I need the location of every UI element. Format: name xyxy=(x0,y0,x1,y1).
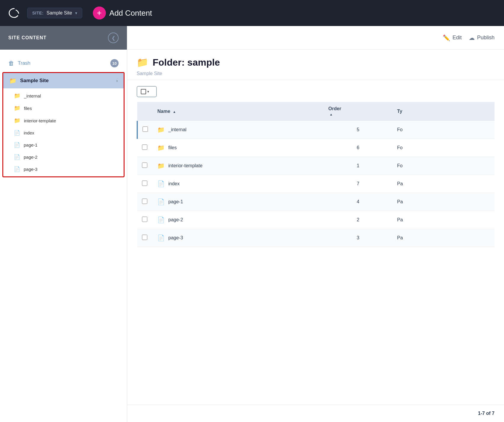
edit-icon: ✏️ xyxy=(443,34,450,41)
sidebar-header: SITE CONTENT ❮ xyxy=(0,26,127,50)
content-header: 📁 Folder: sample Sample Site xyxy=(127,50,504,80)
sort-asc-icon: ▲ xyxy=(173,110,176,113)
row-order-cell: 3 xyxy=(324,229,392,247)
row-checkbox[interactable] xyxy=(142,199,147,204)
file-icon: 📄 xyxy=(157,180,165,187)
tree-children: 📁 _internal 📁 files 📁 interior-template … xyxy=(3,88,124,176)
row-order-cell: 6 xyxy=(324,139,392,157)
row-name-text: page-1 xyxy=(168,199,183,204)
edit-label: Edit xyxy=(453,35,462,41)
content-area: ✏️ Edit ☁ Publish 📁 Folder: sample Sampl… xyxy=(127,26,504,422)
file-icon: 📄 xyxy=(157,216,165,223)
tree-child-page2[interactable]: 📄 page-2 xyxy=(3,151,124,163)
th-checkbox xyxy=(137,102,153,121)
row-checkbox-cell xyxy=(137,157,153,175)
site-selector[interactable]: SITE: Sample Site ▾ xyxy=(27,8,82,18)
row-name-text: _internal xyxy=(168,127,186,132)
row-name-cell[interactable]: 📁 interior-template xyxy=(153,157,324,175)
row-order-cell: 7 xyxy=(324,175,392,193)
table-row: 📁 files 6 Fo xyxy=(137,139,495,157)
select-all-checkbox[interactable] xyxy=(141,89,146,94)
row-name-text: page-3 xyxy=(168,235,183,241)
row-order-cell: 1 xyxy=(324,157,392,175)
folder-icon: 📁 xyxy=(157,162,165,169)
folder-title-icon: 📁 xyxy=(137,57,148,68)
row-name-text: files xyxy=(168,145,177,150)
collapse-sidebar-button[interactable]: ❮ xyxy=(108,33,119,43)
table-row: 📄 page-3 3 Pa xyxy=(137,229,495,247)
row-name-cell[interactable]: 📄 page-2 xyxy=(153,211,324,229)
tree-child-interior-template[interactable]: 📁 interior-template xyxy=(3,114,124,127)
file-icon: 📄 xyxy=(14,142,20,148)
row-checkbox[interactable] xyxy=(143,126,148,132)
chevron-right-icon: › xyxy=(116,78,118,83)
row-checkbox[interactable] xyxy=(142,163,147,168)
row-checkbox[interactable] xyxy=(142,181,147,186)
file-icon: 📄 xyxy=(157,234,165,241)
chevron-down-icon: ▾ xyxy=(75,11,77,15)
add-content-button[interactable]: + Add Content xyxy=(88,4,157,22)
row-name-text: index xyxy=(168,181,180,186)
main-layout: SITE CONTENT ❮ 🗑 Trash 10 📁 Sample Site … xyxy=(0,26,504,422)
tree-child-page3[interactable]: 📄 page-3 xyxy=(3,163,124,175)
row-checkbox-cell xyxy=(137,229,153,247)
th-name[interactable]: Name ▲ xyxy=(153,102,324,121)
th-order[interactable]: Order ▲ xyxy=(324,102,392,121)
tree-child-files[interactable]: 📁 files xyxy=(3,102,124,114)
publish-icon: ☁ xyxy=(469,34,475,41)
site-name-value: Sample Site xyxy=(46,10,72,16)
row-type-cell: Fo xyxy=(392,157,495,175)
row-name-cell[interactable]: 📄 index xyxy=(153,175,324,193)
site-label: SITE: xyxy=(32,11,43,15)
folder-icon: 📁 xyxy=(14,92,20,99)
row-type-cell: Fo xyxy=(392,121,495,139)
folder-title-text: Folder: sample xyxy=(153,57,220,68)
row-checkbox[interactable] xyxy=(142,217,147,222)
publish-button[interactable]: ☁ Publish xyxy=(469,34,495,41)
edit-button[interactable]: ✏️ Edit xyxy=(443,34,462,41)
tree-child-page1[interactable]: 📄 page-1 xyxy=(3,139,124,151)
file-icon: 📄 xyxy=(14,130,20,136)
trash-item[interactable]: 🗑 Trash 10 xyxy=(0,56,127,71)
row-type-cell: Fo xyxy=(392,139,495,157)
file-icon: 📄 xyxy=(14,154,20,160)
tree-child-index[interactable]: 📄 index xyxy=(3,127,124,139)
site-tree-root[interactable]: 📁 Sample Site › xyxy=(3,73,124,88)
content-body: ▾ Name ▲ Order ▲ xyxy=(127,80,504,405)
tree-child-label: index xyxy=(24,130,34,135)
row-checkbox[interactable] xyxy=(142,145,147,150)
row-checkbox[interactable] xyxy=(142,235,147,240)
row-name-cell[interactable]: 📄 page-3 xyxy=(153,229,324,247)
tree-child-label: interior-template xyxy=(24,118,56,123)
top-navigation: SITE: Sample Site ▾ + Add Content xyxy=(0,0,504,26)
table-row: 📁 _internal 5 Fo xyxy=(137,121,495,139)
sidebar-content: 🗑 Trash 10 📁 Sample Site › 📁 _internal xyxy=(0,50,127,422)
trash-label: Trash xyxy=(18,60,30,66)
pagination: 1-7 of 7 xyxy=(127,405,504,422)
select-all-dropdown[interactable]: ▾ xyxy=(137,86,157,97)
trash-icon: 🗑 xyxy=(8,60,14,67)
folder-icon: 📁 xyxy=(157,126,165,133)
logo[interactable] xyxy=(7,6,21,20)
file-icon: 📄 xyxy=(157,198,165,205)
row-name-cell[interactable]: 📄 page-1 xyxy=(153,193,324,211)
tree-child-internal[interactable]: 📁 _internal xyxy=(3,90,124,102)
row-checkbox-cell xyxy=(137,193,153,211)
tree-child-label: page-1 xyxy=(24,142,38,147)
folder-icon: 📁 xyxy=(14,105,20,111)
tree-child-label: page-3 xyxy=(24,167,38,172)
th-type: Ty xyxy=(392,102,495,121)
row-type-cell: Pa xyxy=(392,193,495,211)
row-name-cell[interactable]: 📁 files xyxy=(153,139,324,157)
sort-asc-icon: ▲ xyxy=(329,113,333,116)
row-order-cell: 4 xyxy=(324,193,392,211)
content-toolbar: ✏️ Edit ☁ Publish xyxy=(127,26,504,50)
folder-icon: 📁 xyxy=(9,77,17,84)
publish-label: Publish xyxy=(477,35,495,41)
row-checkbox-cell xyxy=(137,121,153,139)
folder-title: 📁 Folder: sample xyxy=(137,57,495,68)
add-icon: + xyxy=(93,7,106,20)
row-type-cell: Pa xyxy=(392,211,495,229)
folder-icon: 📁 xyxy=(157,144,165,151)
row-name-cell[interactable]: 📁 _internal xyxy=(153,121,324,139)
